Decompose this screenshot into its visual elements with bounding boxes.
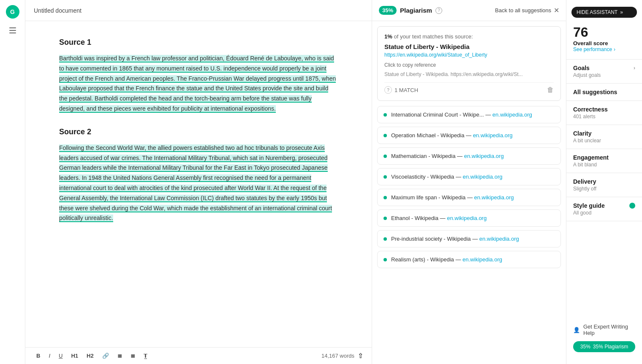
goals-title: Goals › <box>573 65 635 71</box>
style-guide-toggle <box>629 203 635 209</box>
close-icon[interactable]: ✕ <box>554 6 559 14</box>
delivery-section[interactable]: Delivery Slightly off <box>566 173 642 197</box>
panel-content[interactable]: 1% of your text matches this source: Sta… <box>372 21 566 364</box>
source1-heading: Source 1 <box>59 38 338 47</box>
source-list-text: Realism (arts) - Wikipedia — en.wikipedi… <box>391 256 502 263</box>
back-to-suggestions-button[interactable]: Back to all suggestions ✕ <box>495 6 559 14</box>
editor-content[interactable]: Source 1 Bartholdi was inspired by a Fre… <box>25 21 372 347</box>
panel-title: Plagiarism <box>400 7 432 14</box>
h2-button[interactable]: H2 <box>84 351 96 361</box>
hamburger-icon <box>9 30 16 31</box>
chevron-right-icon: » <box>620 9 623 15</box>
score-label: Overall score <box>573 40 635 46</box>
source-list-item[interactable]: Ethanol - Wikipedia — en.wikipedia.org <box>377 209 561 227</box>
source1-paragraph: Bartholdi was inspired by a French law p… <box>59 54 338 114</box>
plagiarism-bottom: 👤 Get Expert Writing Help 35% 35% Plagia… <box>566 318 642 357</box>
source1-highlighted-text: Bartholdi was inspired by a French law p… <box>59 55 336 113</box>
style-guide-subtitle: All good <box>573 210 635 216</box>
dot-indicator <box>384 155 387 158</box>
dot-indicator <box>384 134 387 137</box>
source-list-link[interactable]: en.wikipedia.org <box>492 111 532 118</box>
right-sidebar: HIDE ASSISTANT » 76 Overall score See pe… <box>566 0 642 364</box>
source-list-text: Mathematician - Wikipedia — en.wikipedia… <box>391 153 504 159</box>
clear-format-button[interactable]: T̲ <box>141 351 150 361</box>
link-button[interactable]: 🔗 <box>100 351 112 361</box>
source-list-link[interactable]: en.wikipedia.org <box>479 236 519 242</box>
source-list-text: Pre-industrial society - Wikipedia — en.… <box>391 236 519 242</box>
source-list-link[interactable]: en.wikipedia.org <box>447 215 487 221</box>
style-guide-title: Style guide <box>573 202 635 209</box>
source-list-text: Ethanol - Wikipedia — en.wikipedia.org <box>391 215 487 221</box>
style-guide-section[interactable]: Style guide All good <box>566 197 642 221</box>
dot-indicator <box>384 258 387 261</box>
plagiarism-btn-badge: 35% <box>580 344 590 350</box>
source-name: Statue of Liberty - Wikipedia <box>384 43 554 50</box>
source-list-link[interactable]: en.wikipedia.org <box>473 132 513 139</box>
correctness-section[interactable]: Correctness 401 alerts <box>566 101 642 125</box>
source2-heading: Source 2 <box>59 128 338 136</box>
plagiarism-button[interactable]: 35% 35% Plagiarism <box>573 341 635 352</box>
source-url-link[interactable]: https://en.wikipedia.org/wiki/Statue_of_… <box>384 52 554 58</box>
source-list-text: Maximum life span - Wikipedia — en.wikip… <box>391 194 514 201</box>
dot-indicator <box>384 196 387 199</box>
source2-paragraph: Following the Second World War, the alli… <box>59 143 338 223</box>
grammarly-logo[interactable]: G <box>6 5 19 19</box>
engagement-title: Engagement <box>573 154 635 161</box>
plagiarism-score-badge: 35% <box>379 6 397 15</box>
match-count: ? 1 MATCH <box>384 86 418 94</box>
ordered-list-button[interactable]: ≣ <box>115 351 125 361</box>
source-list-item[interactable]: Mathematician - Wikipedia — en.wikipedia… <box>377 147 561 165</box>
expert-help-link[interactable]: 👤 Get Expert Writing Help <box>573 323 635 336</box>
overall-score-section: 76 Overall score See performance › <box>566 24 642 60</box>
match-footer: ? 1 MATCH 🗑 <box>384 82 554 94</box>
plagiarism-panel: 35% Plagiarism ? Back to all suggestions… <box>372 0 566 364</box>
h1-button[interactable]: H1 <box>68 351 81 361</box>
reference-text: Statue of Liberty - Wikipedia. https://e… <box>384 71 554 77</box>
engagement-section[interactable]: Engagement A bit bland <box>566 149 642 173</box>
source-list-item[interactable]: Realism (arts) - Wikipedia — en.wikipedi… <box>377 251 561 268</box>
goals-section[interactable]: Goals › Adjust goals <box>566 60 642 84</box>
source-list-text: Operation Michael - Wikipedia — en.wikip… <box>391 132 513 139</box>
source-list-text: International Criminal Court - Wikipe...… <box>391 111 532 118</box>
info-icon[interactable]: ? <box>435 7 442 14</box>
all-suggestions-title: All suggestions <box>573 89 635 95</box>
see-performance-link[interactable]: See performance › <box>573 46 635 52</box>
editor-area: Untitled document Source 1 Bartholdi was… <box>25 0 372 364</box>
panel-header: 35% Plagiarism ? Back to all suggestions… <box>372 0 566 21</box>
source-list-link[interactable]: en.wikipedia.org <box>464 153 504 159</box>
dot-indicator <box>384 237 387 241</box>
italic-button[interactable]: I <box>46 351 53 361</box>
source-list-item[interactable]: Pre-industrial society - Wikipedia — en.… <box>377 230 561 247</box>
bold-button[interactable]: B <box>34 351 43 361</box>
source-list-item[interactable]: Maximum life span - Wikipedia — en.wikip… <box>377 189 561 206</box>
dot-indicator <box>384 217 387 220</box>
copy-reference-button[interactable]: Click to copy reference <box>384 62 554 68</box>
plagiarism-percent: 35% <box>382 7 393 14</box>
engagement-subtitle: A bit bland <box>573 162 635 168</box>
underline-button[interactable]: U <box>56 351 65 361</box>
editor-topbar: Untitled document <box>25 0 372 21</box>
source-list-link[interactable]: en.wikipedia.org <box>474 194 514 201</box>
source-list-item[interactable]: Viscoelasticity - Wikipedia — en.wikiped… <box>377 168 561 185</box>
correctness-subtitle: 401 alerts <box>573 114 635 120</box>
chevron-up-icon: ⇧ <box>358 352 363 360</box>
clarity-section[interactable]: Clarity A bit unclear <box>566 125 642 149</box>
unordered-list-button[interactable]: ≣ <box>128 351 138 361</box>
question-icon[interactable]: ? <box>384 86 392 94</box>
chevron-right-icon: › <box>634 65 635 71</box>
person-icon: 👤 <box>573 327 580 333</box>
source-list-text: Viscoelasticity - Wikipedia — en.wikiped… <box>391 174 503 180</box>
word-count: 14,167 words <box>321 353 354 359</box>
dot-indicator <box>384 113 387 117</box>
all-suggestions-section[interactable]: All suggestions <box>566 84 642 101</box>
source-list-link[interactable]: en.wikipedia.org <box>463 174 503 180</box>
source-list-item[interactable]: International Criminal Court - Wikipe...… <box>377 106 561 123</box>
source-list-item[interactable]: Operation Michael - Wikipedia — en.wikip… <box>377 127 561 144</box>
hide-assistant-button[interactable]: HIDE ASSISTANT » <box>571 7 637 18</box>
delete-source-icon[interactable]: 🗑 <box>547 86 554 94</box>
menu-button[interactable] <box>6 24 19 37</box>
left-sidebar: G <box>0 0 25 364</box>
chevron-right-icon: › <box>614 46 615 52</box>
document-title[interactable]: Untitled document <box>34 7 82 14</box>
source-list-link[interactable]: en.wikipedia.org <box>462 256 502 263</box>
